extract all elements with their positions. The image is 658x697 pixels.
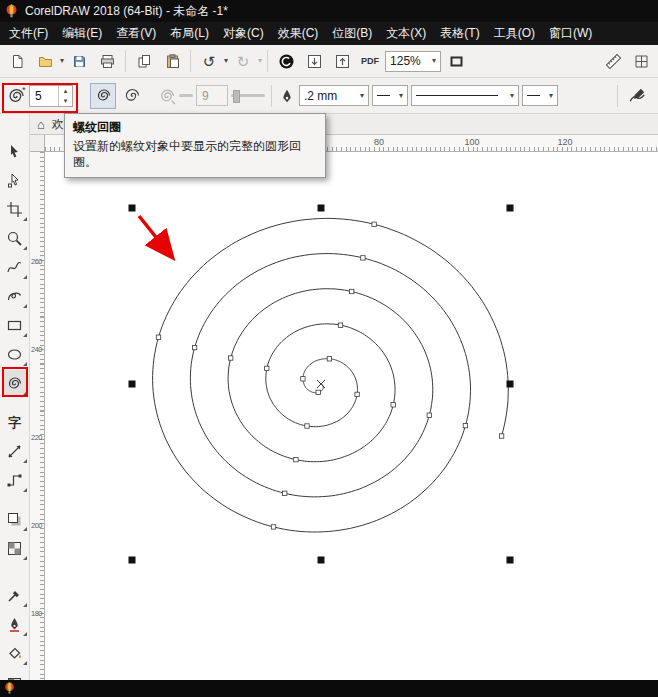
vertical-ruler[interactable]: 260 240 220 200 180 bbox=[30, 152, 45, 680]
pick-tool[interactable] bbox=[2, 138, 28, 164]
freehand-tool[interactable] bbox=[2, 254, 28, 280]
redo-history-caret-icon[interactable]: ▾ bbox=[258, 57, 262, 65]
home-icon[interactable]: ⌂ bbox=[37, 118, 45, 131]
selection-handle[interactable] bbox=[507, 205, 514, 212]
connector-tool[interactable] bbox=[2, 467, 28, 493]
print-button[interactable] bbox=[94, 48, 120, 74]
transparency-tool[interactable] bbox=[2, 535, 28, 561]
spiral-node[interactable] bbox=[156, 335, 160, 339]
spiral-node[interactable] bbox=[316, 390, 320, 394]
spiral-node[interactable] bbox=[301, 377, 305, 381]
menu-item-view[interactable]: 查看(V) bbox=[109, 22, 163, 45]
spiral-node[interactable] bbox=[265, 366, 269, 370]
spiral-node[interactable] bbox=[355, 392, 359, 396]
open-flyout-caret-icon[interactable]: ▾ bbox=[60, 57, 64, 65]
text-tool[interactable]: 字 bbox=[2, 409, 28, 435]
menu-item-edit[interactable]: 编辑(E) bbox=[55, 22, 109, 45]
menu-item-effects[interactable]: 效果(C) bbox=[271, 22, 326, 45]
export-button[interactable] bbox=[329, 48, 355, 74]
show-grid-button[interactable] bbox=[628, 48, 654, 74]
zoom-level-combobox[interactable]: 125% ▾ bbox=[385, 51, 441, 72]
canvas-svg[interactable] bbox=[45, 152, 658, 680]
fullscreen-preview-icon bbox=[448, 53, 465, 70]
new-document-button[interactable] bbox=[4, 48, 30, 74]
spinner-up-icon[interactable]: ▴ bbox=[59, 86, 72, 96]
fullscreen-preview-button[interactable] bbox=[443, 48, 469, 74]
open-document-button[interactable] bbox=[32, 48, 58, 74]
end-arrowhead-combobox[interactable]: ▾ bbox=[522, 85, 558, 106]
drop-shadow-tool[interactable] bbox=[2, 506, 28, 532]
zoom-tool[interactable] bbox=[2, 225, 28, 251]
text-tool-icon: 字 bbox=[8, 416, 21, 429]
spiral-node[interactable] bbox=[361, 256, 365, 260]
symmetric-spiral-button[interactable] bbox=[90, 83, 116, 109]
spiral-node[interactable] bbox=[372, 222, 376, 226]
drawing-page[interactable] bbox=[45, 152, 658, 680]
menu-item-file[interactable]: 文件(F) bbox=[2, 22, 55, 45]
redo-button[interactable]: ↻ bbox=[230, 48, 256, 74]
rectangle-tool[interactable] bbox=[2, 312, 28, 338]
line-style-combobox[interactable]: ▾ bbox=[411, 85, 519, 106]
selection-handle[interactable] bbox=[129, 557, 136, 564]
shape-tool[interactable] bbox=[2, 167, 28, 193]
outline-width-combobox[interactable]: .2 mm ▾ bbox=[299, 85, 369, 106]
eyedropper-tool[interactable] bbox=[2, 582, 28, 608]
copy-button[interactable] bbox=[131, 48, 157, 74]
dimension-tool[interactable] bbox=[2, 438, 28, 464]
selection-handle[interactable] bbox=[129, 381, 136, 388]
selection-handle[interactable] bbox=[318, 557, 325, 564]
fill-tool[interactable] bbox=[2, 640, 28, 666]
undo-history-caret-icon[interactable]: ▾ bbox=[224, 57, 228, 65]
document-tab[interactable]: 欢 bbox=[52, 116, 64, 133]
logarithmic-spiral-button[interactable] bbox=[119, 83, 145, 109]
spiral-node[interactable] bbox=[350, 289, 354, 293]
selection-handle[interactable] bbox=[507, 557, 514, 564]
spiral-node[interactable] bbox=[229, 356, 233, 360]
spiral-node[interactable] bbox=[499, 434, 503, 438]
pick-tool-icon bbox=[6, 143, 23, 160]
spiral-node[interactable] bbox=[192, 345, 196, 349]
selection-handle[interactable] bbox=[129, 205, 136, 212]
selection-handle[interactable] bbox=[318, 205, 325, 212]
ruler-origin-corner[interactable] bbox=[30, 135, 45, 152]
freehand-smoothing-button[interactable] bbox=[624, 83, 650, 109]
interactive-fill-tool[interactable] bbox=[2, 669, 28, 680]
spiral-node[interactable] bbox=[305, 424, 309, 428]
paste-button[interactable] bbox=[159, 48, 185, 74]
undo-button[interactable]: ↺ bbox=[196, 48, 222, 74]
menu-item-text[interactable]: 文本(X) bbox=[379, 22, 433, 45]
crop-tool[interactable] bbox=[2, 196, 28, 222]
artistic-media-tool-icon bbox=[6, 288, 23, 305]
spiral-tool[interactable] bbox=[2, 370, 28, 396]
import-button[interactable] bbox=[301, 48, 327, 74]
spiral-node[interactable] bbox=[391, 403, 395, 407]
search-content-button[interactable] bbox=[273, 48, 299, 74]
selection-handle[interactable] bbox=[507, 381, 514, 388]
coreldraw-taskbar-icon[interactable] bbox=[3, 682, 16, 695]
show-rulers-button[interactable] bbox=[600, 48, 626, 74]
spiral-node[interactable] bbox=[327, 357, 331, 361]
publish-to-pdf-button[interactable]: PDF bbox=[357, 48, 383, 74]
save-button[interactable] bbox=[66, 48, 92, 74]
spiral-object-group[interactable] bbox=[129, 205, 514, 564]
spiral-node[interactable] bbox=[338, 323, 342, 327]
spiral-node[interactable] bbox=[463, 423, 467, 427]
menu-item-object[interactable]: 对象(C) bbox=[216, 22, 271, 45]
ellipse-tool[interactable] bbox=[2, 341, 28, 367]
menu-item-layout[interactable]: 布局(L) bbox=[163, 22, 216, 45]
save-icon bbox=[71, 53, 88, 70]
spiral-node[interactable] bbox=[271, 525, 275, 529]
menu-item-bitmaps[interactable]: 位图(B) bbox=[325, 22, 379, 45]
menu-item-tools[interactable]: 工具(O) bbox=[487, 22, 542, 45]
menu-item-window[interactable]: 窗口(W) bbox=[542, 22, 599, 45]
spiral-revolutions-spinner[interactable]: 5 ▴ ▾ bbox=[29, 85, 73, 107]
artistic-media-tool[interactable] bbox=[2, 283, 28, 309]
spiral-node[interactable] bbox=[283, 491, 287, 495]
spiral-node[interactable] bbox=[294, 458, 298, 462]
spinner-down-icon[interactable]: ▾ bbox=[59, 96, 72, 106]
outline-pen-tool[interactable] bbox=[2, 611, 28, 637]
menu-item-table[interactable]: 表格(T) bbox=[433, 22, 486, 45]
spiral-object[interactable] bbox=[153, 218, 509, 532]
start-arrowhead-combobox[interactable]: ▾ bbox=[372, 85, 408, 106]
spiral-node[interactable] bbox=[427, 413, 431, 417]
